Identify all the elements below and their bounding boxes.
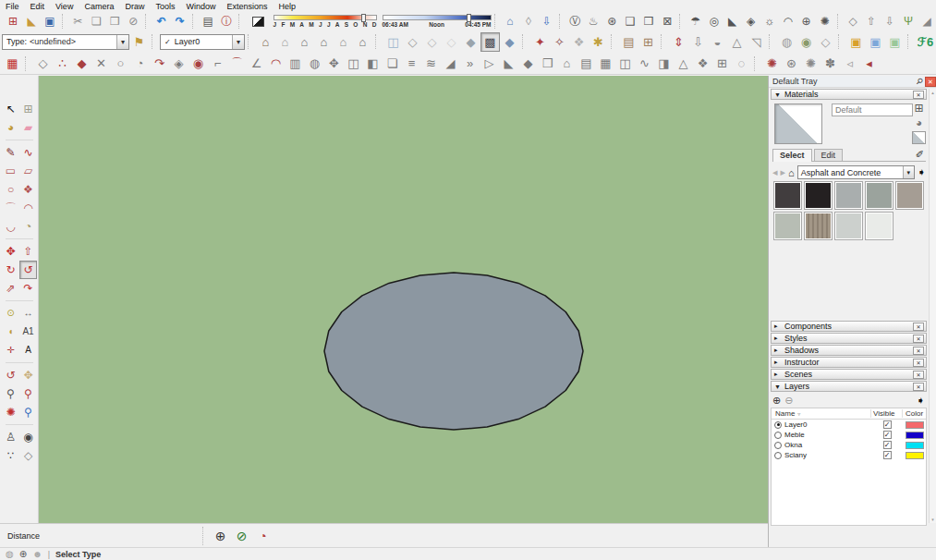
- menu-item[interactable]: View: [50, 2, 79, 11]
- rectangle-tool[interactable]: ▭: [2, 162, 19, 180]
- plugin-tool-icon-6[interactable]: ◔: [130, 54, 150, 73]
- plugin-cube-icon-3[interactable]: ▣: [885, 32, 905, 52]
- look-around-tool[interactable]: ◉: [19, 428, 37, 446]
- plugin-tool-icon-22[interactable]: ◢: [441, 54, 460, 73]
- menu-item[interactable]: File: [0, 2, 25, 11]
- layer-row[interactable]: Meble ✓: [772, 430, 926, 440]
- plugin-cube-icon-2[interactable]: ▣: [866, 32, 885, 52]
- view-back-icon[interactable]: ⌂: [334, 32, 353, 52]
- toggle-north-arrow-icon[interactable]: ⊕: [210, 526, 231, 546]
- menu-item[interactable]: Draw: [119, 2, 150, 11]
- view-left-icon[interactable]: ⌂: [353, 32, 372, 52]
- eraser-tool[interactable]: ▰: [19, 118, 37, 137]
- plugin-mesh-icon-3[interactable]: ◇: [816, 32, 835, 52]
- tape-measure-tool[interactable]: ⊙: [2, 304, 19, 323]
- get-models-icon[interactable]: ⌂: [501, 13, 519, 30]
- plugin-tool-icon-4[interactable]: ✕: [91, 54, 111, 73]
- view-right-icon[interactable]: ⌂: [314, 32, 334, 52]
- plugin-tool-icon-36[interactable]: ⊞: [712, 54, 732, 73]
- menu-item[interactable]: Edit: [25, 2, 51, 11]
- expand-arrow-icon[interactable]: ▸: [774, 359, 781, 366]
- set-north-tool-icon[interactable]: ⊘: [231, 526, 252, 546]
- plugin-cube-icon-1[interactable]: ▣: [846, 32, 866, 52]
- tab-edit[interactable]: Edit: [814, 149, 844, 161]
- open-model-icon[interactable]: ◣: [22, 13, 41, 30]
- position-camera-tool[interactable]: ♙: [2, 428, 19, 446]
- layers-section-header[interactable]: ▼ Layers ✕: [771, 381, 927, 392]
- follow-me-tool[interactable]: ↺: [19, 261, 37, 279]
- add-layer-button[interactable]: ⊕: [772, 395, 781, 407]
- vray-render-icon[interactable]: ♨: [584, 13, 602, 30]
- plugin-tool-icon-8[interactable]: ◈: [169, 54, 188, 73]
- plugin-tool-icon-28[interactable]: ⌂: [557, 54, 577, 73]
- line-tool[interactable]: ✎: [2, 143, 19, 162]
- plugin-tool-icon-32[interactable]: ∿: [635, 54, 654, 73]
- layer-visible-checkbox[interactable]: ✓: [883, 431, 892, 439]
- date-slider-track[interactable]: [274, 15, 377, 20]
- collapse-arrow-icon[interactable]: ▼: [774, 91, 781, 98]
- plugin-tool-icon-31[interactable]: ◫: [615, 54, 635, 73]
- sandbox-from-scratch-icon[interactable]: ⊞: [638, 32, 658, 52]
- in-model-home-icon[interactable]: ⌂: [788, 167, 795, 178]
- layer-row[interactable]: Sciany ✓: [772, 450, 926, 460]
- vray-asset-editor-icon[interactable]: Ⓥ: [565, 13, 584, 30]
- plugin-tool-icon-42[interactable]: ◃: [840, 54, 859, 73]
- plugin-tool-icon-19[interactable]: ❏: [383, 54, 402, 73]
- menu-item[interactable]: Tools: [150, 2, 180, 11]
- plugin-tool-icon-33[interactable]: ◨: [654, 54, 674, 73]
- plugin-tool-icon-1[interactable]: ◇: [33, 54, 53, 73]
- sign-in-icon[interactable]: ☻: [32, 550, 43, 559]
- offset-tool[interactable]: ↷: [19, 279, 37, 298]
- enter-north-angle-icon[interactable]: ◔: [252, 526, 274, 546]
- select-tool[interactable]: ↖: [2, 100, 19, 118]
- print-icon[interactable]: ▤: [199, 13, 217, 30]
- pan-tool[interactable]: ✥: [19, 366, 37, 384]
- plugin-tool-icon-21[interactable]: ≋: [421, 54, 441, 73]
- layer-active-radio[interactable]: [774, 442, 782, 449]
- plugin-tool-icon-12[interactable]: ∠: [247, 54, 266, 73]
- material-swatch[interactable]: [804, 212, 833, 240]
- plugin-tool-icon-2[interactable]: ∴: [53, 54, 72, 73]
- plugin-tool-icon-24[interactable]: ▷: [480, 54, 499, 73]
- clipper-icon[interactable]: ◢: [918, 13, 936, 30]
- close-section-button[interactable]: ✕: [913, 371, 924, 379]
- close-section-button[interactable]: ✕: [913, 359, 924, 367]
- xray-mode-icon[interactable]: ◫: [383, 32, 403, 52]
- menu-item[interactable]: Window: [180, 2, 221, 11]
- add-detail-icon[interactable]: △: [727, 32, 747, 52]
- erase-icon[interactable]: ⊘: [124, 13, 142, 30]
- tray-close-button[interactable]: ✕: [925, 77, 936, 87]
- view-front-icon[interactable]: ⌂: [295, 32, 314, 52]
- plugin-tool-icon-34[interactable]: △: [674, 54, 693, 73]
- axes-tool[interactable]: ✛: [2, 341, 19, 359]
- close-section-button[interactable]: ✕: [913, 323, 924, 331]
- column-visible[interactable]: Visible: [871, 409, 903, 418]
- plugin-tool-icon-11[interactable]: ⌒: [227, 54, 247, 73]
- import-proxy-icon[interactable]: ⇩: [881, 13, 899, 30]
- classifier-tag-icon[interactable]: ⚑: [129, 32, 149, 52]
- copy-icon[interactable]: ❏: [87, 13, 105, 30]
- scroll-up-icon[interactable]: ▴: [931, 90, 934, 95]
- expand-arrow-icon[interactable]: ▸: [774, 371, 781, 378]
- plugin-tool-icon-38[interactable]: ✺: [762, 54, 782, 73]
- layer-active-radio[interactable]: [774, 432, 782, 439]
- modeling-viewport[interactable]: [39, 76, 768, 523]
- push-pull-tool[interactable]: ⇧: [19, 242, 37, 261]
- zoom-tool[interactable]: ⚲: [2, 384, 19, 403]
- plugin-component-icon-4[interactable]: ✱: [589, 32, 608, 52]
- model-info-icon[interactable]: ⓘ: [217, 13, 236, 30]
- tray-section-header[interactable]: ▸ Scenes ✕: [771, 369, 927, 380]
- scale-tool[interactable]: ⇗: [2, 279, 19, 298]
- smoove-icon[interactable]: ⇕: [669, 32, 688, 52]
- sandbox-from-contours-icon[interactable]: ▤: [619, 32, 638, 52]
- circle-tool[interactable]: ○: [2, 180, 19, 199]
- plugin-tool-icon-26[interactable]: ◆: [518, 54, 538, 73]
- protractor-tool[interactable]: ◖: [2, 323, 19, 341]
- freehand-tool[interactable]: ∿: [19, 143, 37, 162]
- shaded-mode-icon[interactable]: ◆: [461, 32, 480, 52]
- back-edges-mode-icon[interactable]: ◇: [403, 32, 422, 52]
- vray-interactive-render-icon[interactable]: ⊛: [602, 13, 621, 30]
- material-swatch[interactable]: [773, 181, 802, 210]
- pie-tool[interactable]: ◔: [19, 217, 37, 236]
- plugin-tool-icon-40[interactable]: ✺: [801, 54, 821, 73]
